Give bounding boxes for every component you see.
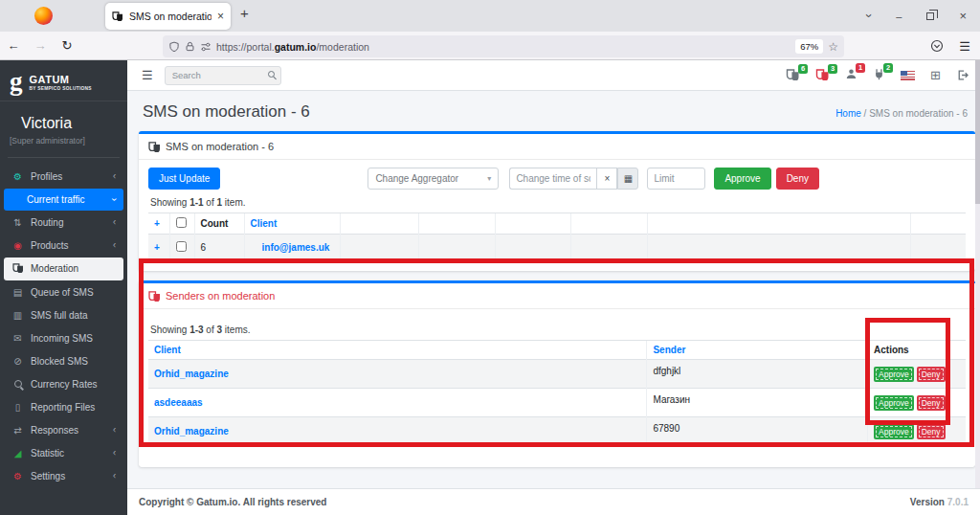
brand-name: GATUM (30, 74, 92, 85)
sidebar-item-moderation[interactable]: Moderation (4, 258, 123, 280)
pocket-icon[interactable] (930, 39, 944, 53)
column-header-sender[interactable]: Sender (653, 345, 685, 355)
page-title: SMS on moderation - 6 (143, 102, 310, 122)
gears-icon: ⚙ (11, 471, 24, 481)
masks-icon (148, 142, 161, 152)
deny-button[interactable]: Deny (917, 424, 946, 439)
chevron-down-icon: › (109, 197, 120, 200)
sender-cell: 67890 (647, 417, 868, 446)
column-header-client[interactable]: Client (154, 345, 181, 355)
sidebar-toggle-icon[interactable]: ☰ (127, 68, 165, 82)
sidebar-item-routing[interactable]: ⇅ Routing › (4, 212, 123, 234)
row-checkbox[interactable] (176, 241, 187, 252)
table-row: + 6 info@james.uk (148, 235, 966, 261)
sidebar-item-responses[interactable]: ⇄ Responses › (4, 419, 123, 441)
sidebar-item-products[interactable]: ◉ Products › (4, 235, 123, 257)
sms-data-icon: ▥ (11, 310, 24, 321)
table-row: asdeeaaas Магазин ApproveDeny (148, 389, 966, 417)
responses-icon: ⇄ (11, 425, 24, 436)
page-scrollbar[interactable] (975, 60, 980, 488)
deny-button[interactable]: Deny (917, 367, 946, 382)
tab-close-icon[interactable]: × (217, 10, 224, 23)
client-link[interactable]: Orhid_magazine (154, 369, 229, 379)
calendar-icon[interactable]: ▦ (617, 168, 638, 190)
deny-button[interactable]: Deny (917, 395, 946, 411)
zoom-level-badge[interactable]: 67% (795, 39, 823, 54)
senders-moderation-indicator[interactable]: 3 (815, 69, 830, 82)
window-minimize-button[interactable]: – (896, 11, 902, 22)
sidebar-item-currency-rates[interactable]: Currency Rates (4, 373, 123, 395)
card-title: SMS on moderation - 6 (166, 141, 274, 152)
shield-icon[interactable] (168, 41, 180, 53)
sidebar-item-blocked-sms[interactable]: ⊘ Blocked SMS (4, 350, 123, 372)
change-aggregator-select[interactable]: Change Aggregator ▾ (368, 168, 499, 190)
version-text: Version 7.0.1 (910, 497, 969, 507)
column-header-client[interactable]: Client (251, 218, 278, 229)
forward-button[interactable]: → (27, 38, 54, 53)
window-restore-button[interactable] (926, 12, 934, 20)
brand-subtitle: BY SEMPICO SOLUTIONS (30, 86, 92, 91)
lock-icon[interactable] (185, 41, 195, 52)
approve-button[interactable]: Approve (874, 424, 914, 439)
client-link[interactable]: asdeeaaas (154, 397, 203, 408)
chevron-left-icon: › (113, 217, 116, 228)
window-close-button[interactable]: × (959, 9, 967, 23)
approve-button[interactable]: Approve (874, 367, 914, 382)
firefox-logo-icon[interactable] (34, 7, 53, 25)
senders-table: Client Sender Actions Orhid_magazine dfg… (148, 340, 966, 446)
queue-icon: ▤ (11, 287, 24, 298)
limit-input[interactable] (647, 168, 705, 190)
breadcrumb-home-link[interactable]: Home (835, 108, 861, 119)
url-bar[interactable]: https://portal.gatum.io/moderation 67% ☆ (163, 35, 844, 57)
clear-time-button[interactable]: × (596, 168, 617, 190)
senders-moderation-card: Senders on moderation Showing 1-3 of 3 i… (139, 280, 975, 467)
approve-all-button[interactable]: Approve (714, 168, 770, 190)
chevron-left-icon: › (113, 171, 116, 182)
client-link[interactable]: Orhid_magazine (154, 426, 229, 437)
client-link[interactable]: info@james.uk (262, 242, 330, 253)
tab-title: SMS on moderation - 6 (129, 11, 212, 22)
sidebar-item-current-traffic[interactable]: Current traffic › (4, 189, 123, 211)
sidebar-item-sms-full-data[interactable]: ▥ SMS full data (4, 304, 123, 326)
sms-moderation-indicator[interactable]: 6 (786, 69, 800, 82)
browser-tab[interactable]: SMS on moderation - 6 × (105, 3, 231, 30)
browser-menu-icon[interactable]: ☰ (959, 39, 970, 54)
search-icon[interactable] (268, 71, 275, 78)
sms-moderation-card: SMS on moderation - 6 Just Update Change… (139, 131, 975, 271)
url-text[interactable]: https://portal.gatum.io/moderation (216, 41, 791, 53)
approve-button[interactable]: Approve (874, 395, 914, 411)
sidebar-item-settings[interactable]: ⚙ Settings › (4, 465, 123, 487)
apps-grid-icon[interactable]: ⊞ (930, 68, 941, 82)
select-all-checkbox[interactable] (176, 217, 187, 228)
sidebar-item-queue-of-sms[interactable]: ▤ Queue of SMS (4, 281, 123, 303)
back-button[interactable]: ← (0, 38, 27, 53)
search-input[interactable] (165, 66, 281, 85)
new-tab-button[interactable]: + (240, 5, 249, 21)
change-time-input[interactable] (509, 168, 596, 190)
permissions-toggles-icon[interactable] (200, 41, 212, 53)
brand[interactable]: g GATUM BY SEMPICO SOLUTIONS (0, 60, 127, 101)
magnifier-icon (11, 379, 24, 390)
clients-indicator[interactable]: 1 (845, 68, 858, 82)
gear-icon: ⚙ (11, 171, 24, 182)
language-flag-us-icon[interactable] (901, 71, 915, 80)
sidebar-item-profiles[interactable]: ⚙ Profiles › (4, 166, 123, 188)
list-tabs-chevron-icon[interactable]: › (862, 13, 877, 17)
sidebar-item-incoming-sms[interactable]: ✉ Incoming SMS (4, 327, 123, 349)
logout-icon[interactable] (956, 69, 969, 81)
connections-indicator[interactable]: 2 (873, 68, 885, 82)
reload-button[interactable]: ↻ (54, 38, 80, 53)
expand-row-button[interactable]: + (154, 242, 160, 253)
sender-cell: Магазин (647, 389, 868, 417)
table-row: Orhid_magazine dfghjkl ApproveDeny (148, 360, 966, 389)
sidebar-item-statistic[interactable]: ◢ Statistic › (4, 442, 123, 464)
bookmark-star-icon[interactable]: ☆ (828, 40, 838, 54)
expand-all-button[interactable]: + (154, 218, 160, 229)
app-topbar: ☰ 6 3 1 2 ⊞ (127, 60, 980, 91)
count-badge: 6 (798, 64, 808, 74)
deny-all-button[interactable]: Deny (776, 168, 819, 190)
masks-icon (148, 291, 161, 302)
table-row: Orhid_magazine 67890 ApproveDeny (148, 417, 966, 446)
just-update-button[interactable]: Just Update (148, 168, 220, 190)
sidebar-item-reporting-files[interactable]: ▯ Reporting Files (4, 396, 123, 418)
